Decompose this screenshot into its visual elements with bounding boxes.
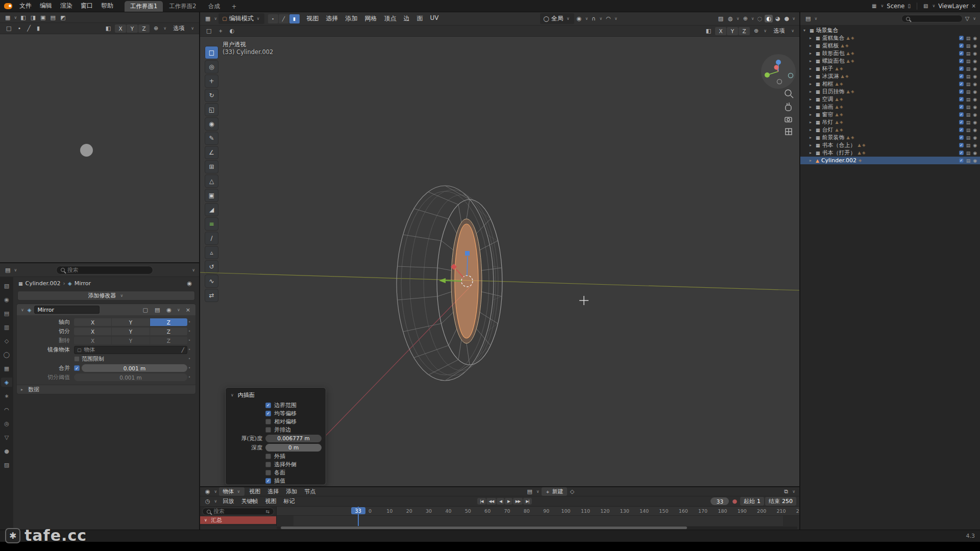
tool-falloff-icon[interactable]: ◐: [227, 28, 236, 34]
snap-dropdown-icon[interactable]: ∨: [598, 16, 603, 21]
frame-end-field[interactable]: 结束250: [765, 497, 796, 506]
exclude-checkbox[interactable]: ✓: [959, 36, 964, 40]
play-reverse-button[interactable]: ◀: [497, 498, 504, 505]
axis-y[interactable]: Y: [112, 337, 149, 344]
timeline-menu[interactable]: 回放: [219, 497, 237, 506]
expand-icon[interactable]: ▸: [810, 82, 814, 86]
render-visibility-icon[interactable]: ◉: [973, 112, 977, 117]
viewport-visibility-icon[interactable]: ▤: [966, 158, 971, 163]
render-visibility-icon[interactable]: ◉: [973, 89, 977, 94]
overlays-dropdown-icon[interactable]: ∨: [736, 16, 741, 21]
collapse-icon[interactable]: ∨: [203, 518, 208, 522]
mirror-axis-y[interactable]: Y: [127, 24, 138, 33]
expand-icon[interactable]: ▸: [810, 158, 814, 163]
filter-dropdown-icon[interactable]: ∨: [972, 16, 977, 21]
option-checkbox[interactable]: ✓: [265, 478, 271, 484]
outliner-item[interactable]: ▸▦日历挂饰▲ ◈✓▤◉: [800, 88, 980, 95]
bisect-threshold-field[interactable]: 0.001 m: [74, 373, 187, 381]
breadcrumb-modifier[interactable]: Mirror: [75, 280, 91, 287]
exclude-checkbox[interactable]: ✓: [959, 112, 964, 117]
filter-icon[interactable]: ⇆: [265, 509, 270, 514]
timeline-scrollbar[interactable]: [277, 527, 797, 529]
scene-selector[interactable]: Scene: [887, 3, 904, 10]
shader-editor-menu[interactable]: 视图: [246, 487, 264, 496]
auto-keying-icon[interactable]: ●: [730, 498, 739, 505]
option-checkbox[interactable]: [265, 470, 271, 475]
topbar-menu[interactable]: 文件: [15, 1, 36, 11]
axis-y[interactable]: Y: [112, 318, 149, 326]
merge-threshold-field[interactable]: 0.001 m: [82, 364, 187, 372]
properties-tab-output[interactable]: ▤: [1, 309, 12, 318]
viewport-visibility-icon[interactable]: ▤: [966, 51, 971, 56]
viewport-visibility-icon[interactable]: ▤: [966, 112, 971, 117]
outliner-item[interactable]: ▸▦吊灯▲ ◈✓▤◉: [800, 118, 980, 126]
next-keyframe-button[interactable]: ▶▶: [513, 498, 523, 505]
browse-material-icon[interactable]: ▤: [525, 488, 534, 495]
editor-type-icon[interactable]: ◷: [203, 498, 212, 505]
viewport-visibility-icon[interactable]: ▤: [966, 135, 971, 140]
exclude-checkbox[interactable]: ✓: [959, 105, 964, 109]
viewport-visibility-icon[interactable]: ▤: [966, 97, 971, 102]
editor-type-dropdown-icon[interactable]: ∨: [13, 15, 18, 20]
render-visibility-icon[interactable]: ◉: [973, 97, 977, 102]
editor-type-dropdown-icon[interactable]: ∨: [213, 499, 218, 504]
expand-icon[interactable]: ▸: [810, 120, 814, 124]
exclude-checkbox[interactable]: ✓: [959, 89, 964, 94]
outliner-item[interactable]: ▸▦书本（打开）▲ ◈✓▤◉: [800, 149, 980, 157]
exclude-checkbox[interactable]: ✓: [959, 74, 964, 79]
properties-tab-particles[interactable]: ∗: [1, 391, 12, 400]
render-visibility-icon[interactable]: ◉: [973, 36, 977, 41]
viewport-visibility-icon[interactable]: ▤: [966, 128, 971, 133]
delete-modifier-icon[interactable]: ×: [184, 307, 192, 313]
properties-tab-object-data[interactable]: ▽: [1, 433, 12, 442]
active-tool-icon[interactable]: □: [204, 28, 213, 34]
viewlayer-dropdown-icon[interactable]: ∨: [931, 4, 936, 8]
topbar-menu[interactable]: 渲染: [56, 1, 77, 11]
option-checkbox[interactable]: [265, 454, 271, 459]
viewport-menu[interactable]: 选择: [323, 14, 342, 23]
workspace-tab[interactable]: +: [226, 2, 242, 12]
breadcrumb-object[interactable]: Cylinder.002: [26, 280, 61, 287]
snap-dropdown-icon[interactable]: ∨: [162, 26, 167, 31]
overlay-icon[interactable]: ▣: [38, 14, 47, 21]
outliner-item[interactable]: ▸▦螺旋面包▲ ◈✓▤◉: [800, 57, 980, 65]
properties-tab-material[interactable]: ●: [1, 446, 12, 456]
editor-type-icon[interactable]: ▦: [3, 14, 12, 21]
pin-icon[interactable]: ⧉: [782, 488, 790, 495]
outliner-item[interactable]: ▸▦油画▲ ◈✓▤◉: [800, 103, 980, 111]
workspace-tab[interactable]: 工作界面2: [163, 1, 202, 12]
outliner-search[interactable]: [901, 15, 963, 22]
exclude-checkbox[interactable]: ✓: [959, 158, 964, 163]
gizmo-icon[interactable]: ▤: [48, 14, 57, 21]
viewport-menu[interactable]: UV: [427, 14, 443, 23]
viewport-visibility-icon[interactable]: ▤: [966, 82, 971, 87]
topbar-menu[interactable]: 帮助: [97, 1, 117, 11]
tool-options-menu[interactable]: 选项: [169, 24, 188, 33]
editor-type-icon[interactable]: ▤: [3, 267, 12, 273]
expand-icon[interactable]: ▸: [810, 36, 814, 40]
viewport-visibility-icon[interactable]: ▤: [966, 105, 971, 110]
search-input[interactable]: [67, 267, 149, 273]
active-tool-icon[interactable]: □: [4, 25, 13, 32]
expand-icon[interactable]: ▸: [810, 143, 814, 147]
viewport-visibility-icon[interactable]: ▤: [966, 120, 971, 125]
properties-tab-constraints[interactable]: ◎: [1, 419, 12, 428]
render-visibility-icon[interactable]: ◉: [973, 105, 977, 110]
tool-option-icon[interactable]: ∙: [15, 25, 23, 32]
collapse-icon[interactable]: ∨: [230, 393, 235, 397]
viewlayer-selector[interactable]: ViewLayer: [938, 3, 968, 10]
summary-channel[interactable]: ∨ 汇总: [200, 516, 276, 524]
exclude-checkbox[interactable]: ✓: [959, 51, 964, 56]
viewport-visibility-icon[interactable]: ▤: [966, 74, 971, 79]
filter-icon[interactable]: ▽: [963, 15, 971, 22]
operator-panel[interactable]: ∨ 内插面 ✓边界范围✓均等偏移相对偏移并排边 厚(宽)度 0.006777 m…: [225, 387, 326, 485]
current-frame-field[interactable]: 33: [710, 497, 729, 505]
viewport-menu[interactable]: 网格: [361, 14, 381, 23]
timeline-menu[interactable]: 视图: [261, 497, 280, 506]
option-checkbox[interactable]: [265, 419, 271, 424]
expand-icon[interactable]: ▸: [810, 74, 814, 79]
mirror-axis-x[interactable]: X: [115, 24, 126, 33]
tool-option-icon[interactable]: ╱: [25, 25, 33, 32]
outliner-item[interactable]: ▸▦蛋糕集合▲ ◈✓▤◉: [800, 34, 980, 42]
option-checkbox[interactable]: ✓: [265, 411, 271, 416]
